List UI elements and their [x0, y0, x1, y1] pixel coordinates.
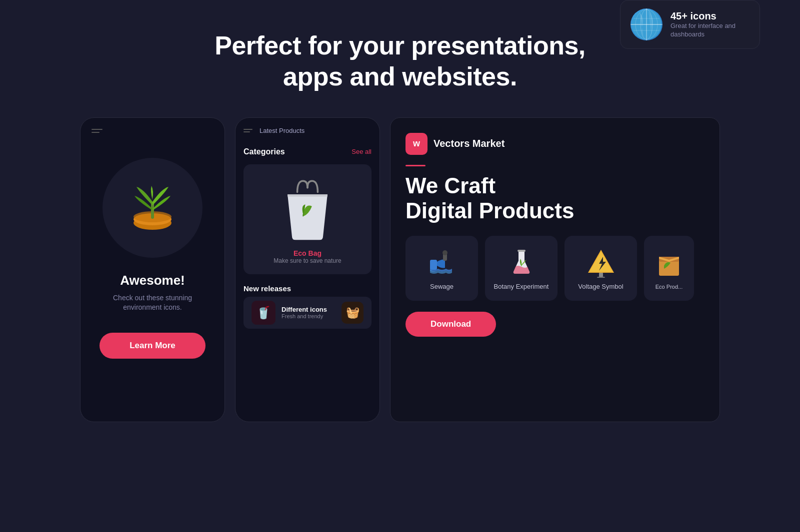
- badge-subtitle: Great for interface and dashboards: [670, 22, 750, 39]
- release-item: 🥤 Different icons Fresh and trendy 🧺: [244, 297, 372, 329]
- phone-card-1: Awesome! Check out these stunning enviro…: [80, 117, 225, 422]
- svg-rect-16: [597, 277, 605, 278]
- download-button[interactable]: Download: [406, 312, 496, 337]
- badge-title: 45+ icons: [670, 10, 750, 22]
- botany-tile: Botany Experiment: [485, 236, 558, 301]
- eco-product-label: Eco Prod...: [656, 284, 682, 290]
- release-title: Different icons: [282, 306, 336, 313]
- brand-logo-text: w: [413, 138, 420, 149]
- globe-icon: [630, 8, 662, 40]
- big-title-line2: Digital Products: [406, 198, 574, 223]
- card1-subtitle: Check out these stunning environment ico…: [80, 293, 224, 313]
- svg-rect-15: [599, 273, 603, 277]
- botany-label: Botany Experiment: [494, 283, 549, 290]
- brand-logo: w: [406, 133, 428, 155]
- sewage-tile: Sewage: [406, 236, 478, 301]
- hero-title-line1: Perfect for your presentations,: [214, 31, 586, 60]
- eco-bag-svg: [275, 174, 340, 245]
- icon-grid: Sewage Botany Experiment: [406, 236, 704, 301]
- big-card: w Vectors Market We Craft Digital Produc…: [390, 117, 720, 422]
- product-showcase: Eco Bag Make sure to save nature: [244, 164, 372, 274]
- sewage-label: Sewage: [430, 283, 454, 290]
- botany-svg: [506, 246, 538, 278]
- brand-name: Vectors Market: [434, 138, 504, 149]
- voltage-svg: [585, 246, 617, 278]
- eco-product-tile: Eco Prod...: [644, 236, 694, 301]
- basket-icon: 🧺: [342, 302, 364, 324]
- eco-product-svg: [653, 247, 685, 279]
- big-title-line1: We Craft: [406, 173, 496, 198]
- release-subtitle: Fresh and trendy: [282, 313, 336, 319]
- brand-header: w Vectors Market: [406, 133, 704, 155]
- hero-title-line2: apps and websites.: [283, 62, 517, 91]
- cards-section: Awesome! Check out these stunning enviro…: [0, 117, 800, 422]
- phone2-title: Latest Products: [260, 127, 304, 134]
- categories-header: Categories See all: [236, 143, 380, 160]
- learn-more-button[interactable]: Learn More: [100, 333, 206, 359]
- red-divider: [406, 165, 426, 166]
- phone-card-2: Latest Products Categories See all Eco B…: [235, 117, 380, 422]
- big-card-title: We Craft Digital Products: [406, 173, 704, 224]
- see-all-link[interactable]: See all: [352, 148, 372, 155]
- svg-rect-11: [430, 260, 437, 270]
- categories-label: Categories: [244, 147, 285, 156]
- cup-icon: 🥤: [252, 301, 276, 325]
- menu-icon-1: [92, 129, 102, 133]
- svg-point-1: [640, 9, 652, 39]
- voltage-tile: Voltage Symbol: [564, 236, 637, 301]
- svg-point-13: [442, 250, 448, 255]
- new-releases-label: New releases: [236, 278, 380, 297]
- sewage-svg: [426, 246, 458, 278]
- svg-point-0: [632, 9, 662, 39]
- product-name: Eco Bag: [294, 249, 322, 257]
- plant-circle: [102, 158, 202, 258]
- plant-svg: [122, 178, 182, 238]
- svg-rect-14: [518, 250, 526, 252]
- svg-point-2: [636, 9, 658, 39]
- card1-title: Awesome!: [120, 273, 185, 288]
- badge-card: 45+ icons Great for interface and dashbo…: [620, 0, 760, 49]
- menu-icon-2: [244, 129, 252, 132]
- phone2-topbar: Latest Products: [236, 118, 380, 143]
- voltage-label: Voltage Symbol: [578, 283, 623, 290]
- product-desc: Make sure to save nature: [274, 257, 341, 264]
